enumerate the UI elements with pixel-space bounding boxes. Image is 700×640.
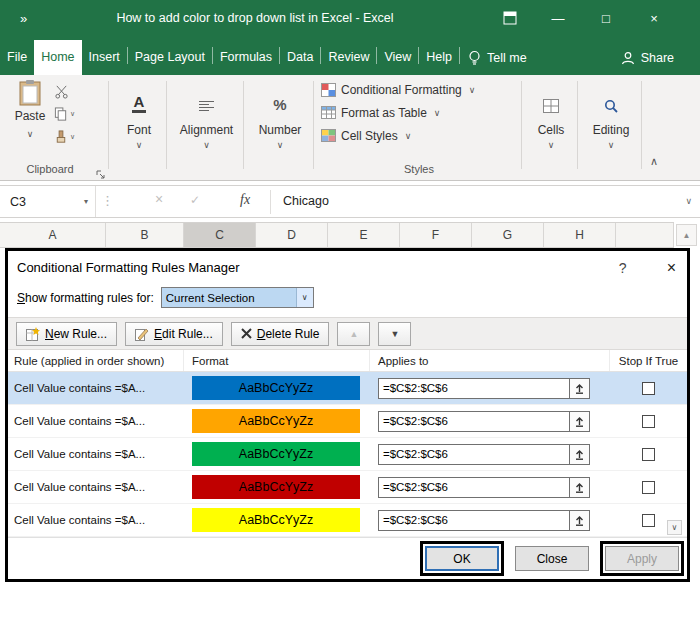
column-header-c-selected[interactable]: C <box>184 223 256 247</box>
table-scroll-down-button[interactable]: ∨ <box>667 520 682 535</box>
tab-home[interactable]: Home <box>34 40 81 75</box>
group-separator <box>108 81 109 169</box>
applies-to-input[interactable]: =$C$2:$C$6 <box>378 477 590 498</box>
apply-annotation-box: Apply <box>600 541 684 576</box>
tab-data[interactable]: Data <box>280 40 320 75</box>
column-header-g[interactable]: G <box>472 223 544 247</box>
applies-to-input[interactable]: =$C$2:$C$6 <box>378 378 590 399</box>
minimize-button[interactable]: — <box>534 0 582 36</box>
cell-styles-button[interactable]: Cell Styles ∨ <box>321 126 475 145</box>
ribbon-display-options-button[interactable] <box>486 0 534 36</box>
rule-row-1[interactable]: Cell Value contains =$A... AaBbCcYyZz =$… <box>8 372 687 405</box>
rule-row-3[interactable]: Cell Value contains =$A... AaBbCcYyZz =$… <box>8 438 687 471</box>
dialog-close-button[interactable]: × <box>667 259 676 277</box>
close-button[interactable]: × <box>630 0 678 36</box>
percent-icon: % <box>273 96 286 113</box>
header-rule: Rule (applied in order shown) <box>8 350 184 371</box>
tab-insert[interactable]: Insert <box>82 40 127 75</box>
insert-function-button[interactable]: fx <box>240 192 250 208</box>
applies-to-input[interactable]: =$C$2:$C$6 <box>378 444 590 465</box>
clipboard-paste-icon <box>19 80 41 106</box>
column-header-a[interactable]: A <box>0 223 106 247</box>
dropdown-arrow-icon[interactable]: ∨ <box>296 288 313 307</box>
font-group-button[interactable]: A Font ∨ <box>112 85 166 150</box>
range-select-button[interactable] <box>569 412 589 431</box>
maximize-button[interactable]: □ <box>582 0 630 36</box>
column-header-d[interactable]: D <box>256 223 328 247</box>
format-preview: AaBbCcYyZz <box>192 409 360 433</box>
tab-file[interactable]: File <box>0 40 34 75</box>
tab-view[interactable]: View <box>377 40 418 75</box>
applies-to-input[interactable]: =$C$2:$C$6 <box>378 411 590 432</box>
stop-if-true-checkbox[interactable] <box>642 448 655 461</box>
scroll-up-button[interactable]: ▲ <box>676 224 697 246</box>
applies-to-value: =$C$2:$C$6 <box>379 445 569 464</box>
font-icon: A <box>132 94 147 114</box>
number-group-button[interactable]: % Number ∨ <box>247 85 313 150</box>
name-box[interactable]: C3 ▾ <box>0 186 96 217</box>
dialog-title: Conditional Formatting Rules Manager <box>17 260 240 275</box>
stop-if-true-checkbox[interactable] <box>642 481 655 494</box>
move-rule-up-button[interactable]: ▲ <box>337 322 370 346</box>
magnifier-icon <box>604 99 618 113</box>
edit-rule-label: Edit Rule... <box>154 327 213 341</box>
paste-button[interactable]: Paste ∨ <box>8 80 52 139</box>
lightbulb-icon <box>468 50 481 66</box>
delete-x-icon <box>241 328 252 339</box>
share-button[interactable]: Share <box>621 40 674 75</box>
tab-help[interactable]: Help <box>419 40 459 75</box>
conditional-formatting-button[interactable]: Conditional Formatting ∨ <box>321 80 475 99</box>
expand-formula-bar-icon[interactable]: ∨ <box>685 196 692 206</box>
tell-me-button[interactable]: Tell me <box>468 40 527 75</box>
collapse-ribbon-icon[interactable]: ∧ <box>650 155 658 168</box>
column-header-h[interactable]: H <box>544 223 616 247</box>
title-bar: » How to add color to drop down list in … <box>0 0 700 36</box>
delete-rule-button[interactable]: Delete Rule <box>231 322 330 346</box>
cancel-icon[interactable]: × <box>155 191 163 207</box>
stop-if-true-checkbox[interactable] <box>642 382 655 395</box>
column-header-e[interactable]: E <box>328 223 400 247</box>
new-rule-button[interactable]: New Rule... <box>16 322 117 346</box>
close-dialog-button[interactable]: Close <box>515 546 589 571</box>
move-up-icon: ▲ <box>350 329 359 339</box>
editing-group-label: Editing <box>593 123 630 137</box>
column-header-partial[interactable] <box>616 223 674 247</box>
ok-button[interactable]: OK <box>425 546 499 571</box>
column-header-f[interactable]: F <box>400 223 472 247</box>
edit-rule-button[interactable]: Edit Rule... <box>125 322 223 346</box>
applies-to-input[interactable]: =$C$2:$C$6 <box>378 510 590 531</box>
range-select-button[interactable] <box>569 379 589 398</box>
format-painter-button[interactable]: ∨ <box>54 129 75 145</box>
format-as-table-button[interactable]: Format as Table ∨ <box>321 103 475 122</box>
stop-if-true-checkbox[interactable] <box>642 514 655 527</box>
copy-button[interactable]: ∨ <box>54 106 75 122</box>
column-header-b[interactable]: B <box>106 223 184 247</box>
range-select-button[interactable] <box>569 478 589 497</box>
format-preview: AaBbCcYyZz <box>192 475 360 499</box>
rule-row-2[interactable]: Cell Value contains =$A... AaBbCcYyZz =$… <box>8 405 687 438</box>
chevron-down-icon: ∨ <box>70 133 75 141</box>
name-box-dropdown-icon[interactable]: ▾ <box>84 197 88 206</box>
cut-button[interactable] <box>54 83 75 99</box>
cells-group-button[interactable]: Cells ∨ <box>525 85 577 150</box>
styles-group: Conditional Formatting ∨ Format as Table… <box>321 80 475 145</box>
range-select-button[interactable] <box>569 445 589 464</box>
quick-access-overflow-icon[interactable]: » <box>20 11 27 26</box>
move-rule-down-button[interactable]: ▼ <box>378 322 411 346</box>
editing-group-button[interactable]: Editing ∨ <box>581 85 641 150</box>
clipboard-dialog-launcher-icon[interactable] <box>96 165 105 183</box>
formula-bar-value[interactable]: Chicago <box>283 194 329 208</box>
range-select-button[interactable] <box>569 511 589 530</box>
apply-button[interactable]: Apply <box>605 546 679 571</box>
show-rules-dropdown[interactable]: Current Selection ∨ <box>161 287 314 308</box>
stop-if-true-checkbox[interactable] <box>642 415 655 428</box>
rule-row-5[interactable]: Cell Value contains =$A... AaBbCcYyZz =$… <box>8 504 687 537</box>
formula-bar-splitter-icon[interactable]: ⋮ <box>101 193 114 208</box>
tab-page-layout[interactable]: Page Layout <box>128 40 212 75</box>
help-button[interactable]: ? <box>619 260 627 276</box>
tab-review[interactable]: Review <box>321 40 376 75</box>
enter-icon[interactable]: ✓ <box>190 193 200 207</box>
tab-formulas[interactable]: Formulas <box>213 40 279 75</box>
alignment-group-button[interactable]: Alignment ∨ <box>170 85 243 150</box>
rule-row-4[interactable]: Cell Value contains =$A... AaBbCcYyZz =$… <box>8 471 687 504</box>
